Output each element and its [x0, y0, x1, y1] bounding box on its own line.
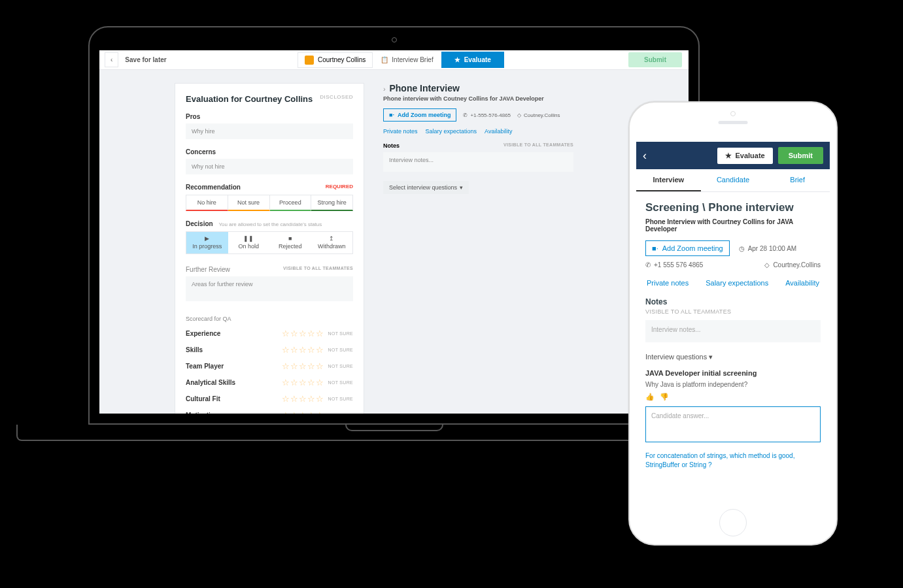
dec-on-hold[interactable]: ❚❚On hold	[228, 232, 270, 253]
star-rating[interactable]: ☆ ☆ ☆ ☆ ☆ NOT SURE	[282, 329, 353, 338]
rec-proceed[interactable]: Proceed	[270, 195, 312, 211]
private-notes-link[interactable]: Private notes	[383, 128, 418, 135]
dec-in-progress[interactable]: ▶In progress	[186, 232, 228, 253]
thumbs-down-icon[interactable]: 👎	[660, 393, 669, 401]
tab-brief[interactable]: Brief	[765, 169, 830, 191]
salary-link[interactable]: Salary expectations	[706, 279, 768, 287]
pros-label: Pros	[186, 113, 353, 120]
home-button[interactable]	[719, 509, 747, 536]
not-sure-badge: NOT SURE	[328, 397, 353, 401]
tag-icon: ◇	[517, 112, 521, 118]
star-icon[interactable]: ☆	[307, 378, 315, 387]
star-icon[interactable]: ☆	[299, 345, 307, 355]
star-icon[interactable]: ☆	[282, 345, 290, 355]
star-icon[interactable]: ☆	[290, 345, 298, 355]
star-icon[interactable]: ☆	[316, 361, 324, 371]
visible-teammates-badge: VISIBLE TO ALL TEAMMATES	[283, 266, 353, 270]
star-icon[interactable]: ☆	[316, 329, 324, 338]
star-rating[interactable]: ☆ ☆ ☆ ☆ ☆ NOT SURE	[282, 394, 353, 404]
tab-candidate[interactable]: Candidate	[701, 169, 766, 191]
save-for-later-button[interactable]: Save for later	[118, 52, 173, 67]
star-rating[interactable]: ☆ ☆ ☆ ☆ ☆ NOT SURE	[282, 345, 353, 355]
decision-selector: ▶In progress ❚❚On hold ■Rejected ↥Withdr…	[186, 231, 353, 254]
interview-brief-button[interactable]: 📋 Interview Brief	[373, 52, 441, 67]
private-notes-link[interactable]: Private notes	[647, 279, 689, 287]
scorecard-label: Scorecard for QA	[186, 316, 353, 322]
candidate-chip[interactable]: Courtney Collins	[298, 52, 373, 68]
pros-input[interactable]: Why hire	[186, 123, 353, 139]
star-icon: ★	[454, 56, 460, 63]
tab-interview[interactable]: Interview	[636, 169, 701, 191]
submit-button[interactable]: Submit	[628, 52, 682, 67]
thumbs-up-icon[interactable]: 👍	[645, 393, 655, 401]
chevron-left-icon[interactable]: ›	[383, 85, 386, 93]
required-badge: REQUIRED	[326, 184, 353, 189]
score-row: Experience ☆ ☆ ☆ ☆ ☆ NOT SURE	[186, 329, 353, 338]
question-2[interactable]: For concatenation of strings, which meth…	[645, 451, 821, 470]
score-row: Analytical Skills ☆ ☆ ☆ ☆ ☆ NOT SURE	[186, 378, 353, 387]
score-row: Cultural Fit ☆ ☆ ☆ ☆ ☆ NOT SURE	[186, 394, 353, 404]
star-icon[interactable]: ☆	[299, 361, 307, 371]
star-icon[interactable]: ☆	[282, 394, 290, 404]
evaluate-button[interactable]: ★ Evaluate	[717, 148, 772, 164]
notes-input[interactable]: Interview notes...	[383, 152, 573, 172]
laptop-screen: ‹ Save for later Courtney Collins 📋 Inte…	[99, 50, 689, 414]
star-icon[interactable]: ☆	[282, 378, 290, 387]
star-rating[interactable]: ☆ ☆ ☆ ☆ ☆ NOT SURE	[282, 410, 353, 414]
submit-button[interactable]: Submit	[778, 147, 823, 164]
availability-link[interactable]: Availability	[485, 128, 512, 135]
select-questions-dropdown[interactable]: Select interview questions ▾	[383, 181, 469, 194]
dec-withdrawn[interactable]: ↥Withdrawn	[311, 232, 353, 253]
disclosed-badge: DISCLOSED	[320, 94, 353, 100]
star-icon[interactable]: ☆	[290, 394, 298, 404]
star-icon[interactable]: ☆	[307, 361, 315, 371]
candidate-answer-input[interactable]: Candidate answer...	[645, 406, 821, 442]
star-icon[interactable]: ☆	[299, 394, 307, 404]
concerns-input[interactable]: Why not hire	[186, 159, 353, 174]
star-rating[interactable]: ☆ ☆ ☆ ☆ ☆ NOT SURE	[282, 361, 353, 371]
star-icon[interactable]: ☆	[316, 410, 324, 414]
interview-questions-dropdown[interactable]: Interview questions ▾	[645, 353, 821, 361]
star-icon[interactable]: ☆	[290, 378, 298, 387]
further-review-input[interactable]: Areas for further review	[186, 276, 353, 301]
decision-hint: You are allowed to set the candidate's s…	[218, 221, 322, 227]
datetime: ◷Apr 28 10:00 AM	[739, 245, 797, 252]
add-zoom-button[interactable]: ■∙ Add Zoom meeting	[383, 108, 456, 122]
salary-link[interactable]: Salary expectations	[426, 128, 477, 135]
star-icon[interactable]: ☆	[282, 410, 290, 414]
evaluate-button[interactable]: ★ Evaluate	[441, 52, 504, 68]
interview-subtitle: Phone interview with Coutney Collins for…	[383, 95, 573, 102]
star-icon[interactable]: ☆	[290, 329, 298, 338]
star-icon[interactable]: ☆	[299, 329, 307, 338]
rec-no-hire[interactable]: No hire	[186, 195, 228, 211]
star-icon[interactable]: ☆	[307, 345, 315, 355]
star-icon[interactable]: ☆	[282, 329, 290, 338]
question-1: Why Java is platform independent?	[645, 381, 821, 388]
star-icon[interactable]: ☆	[316, 378, 324, 387]
notes-input[interactable]: Interview notes...	[645, 320, 821, 342]
star-icon[interactable]: ☆	[290, 410, 298, 414]
dec-rejected[interactable]: ■Rejected	[269, 232, 311, 253]
star-icon[interactable]: ☆	[290, 361, 298, 371]
star-icon[interactable]: ☆	[307, 329, 315, 338]
score-name: Team Player	[186, 363, 224, 370]
star-icon[interactable]: ☆	[316, 394, 324, 404]
availability-link[interactable]: Availability	[785, 279, 819, 287]
evaluation-panel: Evaluation for Courtney Collins DISCLOSE…	[175, 83, 364, 414]
star-icon[interactable]: ☆	[307, 394, 315, 404]
star-icon[interactable]: ☆	[299, 378, 307, 387]
star-rating[interactable]: ☆ ☆ ☆ ☆ ☆ NOT SURE	[282, 378, 353, 387]
star-icon[interactable]: ☆	[307, 410, 315, 414]
rec-strong-hire[interactable]: Strong hire	[311, 195, 353, 211]
evaluation-title: Evaluation for Courtney Collins	[186, 94, 313, 104]
star-icon[interactable]: ☆	[316, 345, 324, 355]
decision-label: Decision	[186, 220, 213, 227]
star-icon[interactable]: ☆	[282, 361, 290, 371]
back-button[interactable]: ‹	[643, 149, 647, 163]
back-button[interactable]: ‹	[105, 52, 118, 67]
star-icon[interactable]: ☆	[299, 410, 307, 414]
phone-icon: ✆	[463, 112, 468, 118]
laptop-camera-icon	[392, 37, 397, 42]
rec-not-sure[interactable]: Not sure	[228, 195, 270, 211]
add-zoom-button[interactable]: ■∙ Add Zoom meeting	[645, 240, 730, 256]
